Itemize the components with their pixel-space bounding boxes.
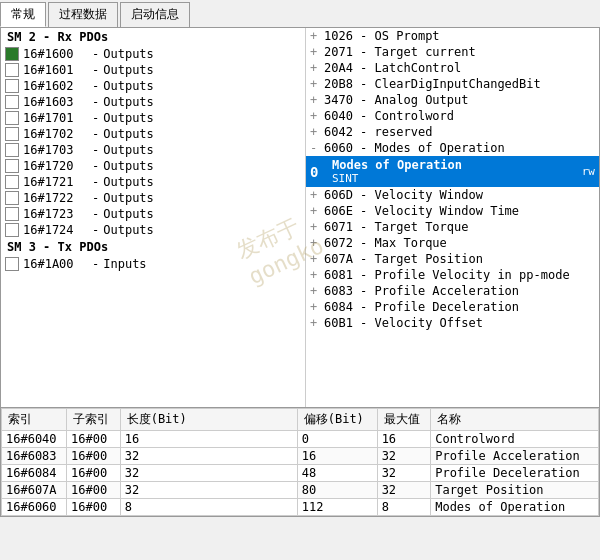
- tree-item-6083[interactable]: + 6083 - Profile Acceleration: [306, 283, 599, 299]
- table-row[interactable]: 16#608416#004832Profile Deceleration: [2, 465, 599, 482]
- table-cell-sub: 16#00: [67, 499, 121, 516]
- tree-item-6060-selected[interactable]: 0 Modes of Operation SINT rw: [306, 156, 599, 187]
- main-panel: SM 2 - Rx PDOs 16#1600 - Outputs 16#1601…: [0, 28, 600, 408]
- tree-item-2071[interactable]: + 2071 - Target current: [306, 44, 599, 60]
- checkbox-1724[interactable]: [5, 223, 19, 237]
- table-cell-index: 16#6084: [2, 465, 67, 482]
- table-cell-max: 32: [377, 482, 431, 499]
- table-cell-index: 16#6060: [2, 499, 67, 516]
- table-cell-sub: 16#00: [67, 465, 121, 482]
- pdo-item-1724[interactable]: 16#1724 - Outputs: [1, 222, 305, 238]
- table-cell-name: Profile Deceleration: [431, 465, 599, 482]
- col-header-name: 名称: [431, 409, 599, 431]
- pdo-item-1720[interactable]: 16#1720 - Outputs: [1, 158, 305, 174]
- pdo-item-1701[interactable]: 16#1701 - Outputs: [1, 110, 305, 126]
- table-input-length[interactable]: [125, 500, 293, 514]
- left-panel: SM 2 - Rx PDOs 16#1600 - Outputs 16#1601…: [1, 28, 306, 407]
- sm2-header: SM 2 - Rx PDOs: [1, 28, 305, 46]
- pdo-item-1722[interactable]: 16#1722 - Outputs: [1, 190, 305, 206]
- table-cell-length[interactable]: [120, 431, 297, 448]
- table-cell-sub: 16#00: [67, 448, 121, 465]
- checkbox-1601[interactable]: [5, 63, 19, 77]
- table-cell-length[interactable]: [120, 499, 297, 516]
- pdo-item-1602[interactable]: 16#1602 - Outputs: [1, 78, 305, 94]
- checkbox-1722[interactable]: [5, 191, 19, 205]
- checkbox-1702[interactable]: [5, 127, 19, 141]
- table-input-length[interactable]: [125, 466, 293, 480]
- data-table: 索引 子索引 长度(Bit) 偏移(Bit) 最大值 名称 16#604016#…: [1, 408, 599, 516]
- tree-item-606e[interactable]: + 606E - Velocity Window Time: [306, 203, 599, 219]
- pdo-item-1601[interactable]: 16#1601 - Outputs: [1, 62, 305, 78]
- col-header-offset: 偏移(Bit): [297, 409, 377, 431]
- selected-main: Modes of Operation: [332, 158, 578, 172]
- col-header-length: 长度(Bit): [120, 409, 297, 431]
- table-cell-index: 16#607A: [2, 482, 67, 499]
- checkbox-1603[interactable]: [5, 95, 19, 109]
- sm3-header: SM 3 - Tx PDOs: [1, 238, 305, 256]
- checkbox-1600[interactable]: [5, 47, 19, 61]
- tab-常规[interactable]: 常规: [0, 2, 46, 27]
- tree-item-6081[interactable]: + 6081 - Profile Velocity in pp-mode: [306, 267, 599, 283]
- pdo-item-1a00[interactable]: 16#1A00 - Inputs: [1, 256, 305, 272]
- tab-过程数据[interactable]: 过程数据: [48, 2, 118, 27]
- table-cell-max: 32: [377, 448, 431, 465]
- table-cell-offset: 16: [297, 448, 377, 465]
- tree-item-6040[interactable]: + 6040 - Controlword: [306, 108, 599, 124]
- table-cell-max: 8: [377, 499, 431, 516]
- tree-item-3470[interactable]: + 3470 - Analog Output: [306, 92, 599, 108]
- tree-item-6042[interactable]: + 6042 - reserved: [306, 124, 599, 140]
- tree-item-6084[interactable]: + 6084 - Profile Deceleration: [306, 299, 599, 315]
- checkbox-1720[interactable]: [5, 159, 19, 173]
- table-input-length[interactable]: [125, 432, 293, 446]
- table-cell-length[interactable]: [120, 465, 297, 482]
- checkbox-1a00[interactable]: [5, 257, 19, 271]
- checkbox-1703[interactable]: [5, 143, 19, 157]
- table-cell-index: 16#6083: [2, 448, 67, 465]
- table-cell-name: Modes of Operation: [431, 499, 599, 516]
- right-panel: + 1026 - OS Prompt + 2071 - Target curre…: [306, 28, 599, 407]
- tree-item-20b8[interactable]: + 20B8 - ClearDigInputChangedBit: [306, 76, 599, 92]
- checkbox-1721[interactable]: [5, 175, 19, 189]
- table-cell-sub: 16#00: [67, 431, 121, 448]
- table-cell-index: 16#6040: [2, 431, 67, 448]
- tree-item-60b1[interactable]: + 60B1 - Velocity Offset: [306, 315, 599, 331]
- col-header-sub: 子索引: [67, 409, 121, 431]
- tree-item-6072[interactable]: + 6072 - Max Torque: [306, 235, 599, 251]
- table-cell-offset: 0: [297, 431, 377, 448]
- table-cell-offset: 80: [297, 482, 377, 499]
- table-cell-offset: 48: [297, 465, 377, 482]
- table-row[interactable]: 16#606016#001128Modes of Operation: [2, 499, 599, 516]
- pdo-item-1721[interactable]: 16#1721 - Outputs: [1, 174, 305, 190]
- tree-item-1026[interactable]: + 1026 - OS Prompt: [306, 28, 599, 44]
- pdo-item-1600[interactable]: 16#1600 - Outputs: [1, 46, 305, 62]
- tree-item-6071[interactable]: + 6071 - Target Torque: [306, 219, 599, 235]
- table-input-length[interactable]: [125, 483, 293, 497]
- col-header-max: 最大值: [377, 409, 431, 431]
- table-cell-name: Profile Acceleration: [431, 448, 599, 465]
- table-row[interactable]: 16#608316#001632Profile Acceleration: [2, 448, 599, 465]
- tree-item-6060[interactable]: - 6060 - Modes of Operation: [306, 140, 599, 156]
- table-cell-length[interactable]: [120, 482, 297, 499]
- table-row[interactable]: 16#604016#00016Controlword: [2, 431, 599, 448]
- tab-启动信息[interactable]: 启动信息: [120, 2, 190, 27]
- bottom-table-area: 索引 子索引 长度(Bit) 偏移(Bit) 最大值 名称 16#604016#…: [0, 408, 600, 517]
- table-cell-offset: 112: [297, 499, 377, 516]
- table-cell-max: 32: [377, 465, 431, 482]
- pdo-item-1603[interactable]: 16#1603 - Outputs: [1, 94, 305, 110]
- tree-item-20a4[interactable]: + 20A4 - LatchControl: [306, 60, 599, 76]
- selected-value: 0: [310, 164, 332, 180]
- table-cell-name: Target Position: [431, 482, 599, 499]
- checkbox-1602[interactable]: [5, 79, 19, 93]
- pdo-item-1702[interactable]: 16#1702 - Outputs: [1, 126, 305, 142]
- pdo-item-1723[interactable]: 16#1723 - Outputs: [1, 206, 305, 222]
- table-cell-name: Controlword: [431, 431, 599, 448]
- tree-item-606d[interactable]: + 606D - Velocity Window: [306, 187, 599, 203]
- table-cell-sub: 16#00: [67, 482, 121, 499]
- table-row[interactable]: 16#607A16#008032Target Position: [2, 482, 599, 499]
- table-cell-length[interactable]: [120, 448, 297, 465]
- pdo-item-1703[interactable]: 16#1703 - Outputs: [1, 142, 305, 158]
- tree-item-607a[interactable]: + 607A - Target Position: [306, 251, 599, 267]
- checkbox-1723[interactable]: [5, 207, 19, 221]
- table-input-length[interactable]: [125, 449, 293, 463]
- checkbox-1701[interactable]: [5, 111, 19, 125]
